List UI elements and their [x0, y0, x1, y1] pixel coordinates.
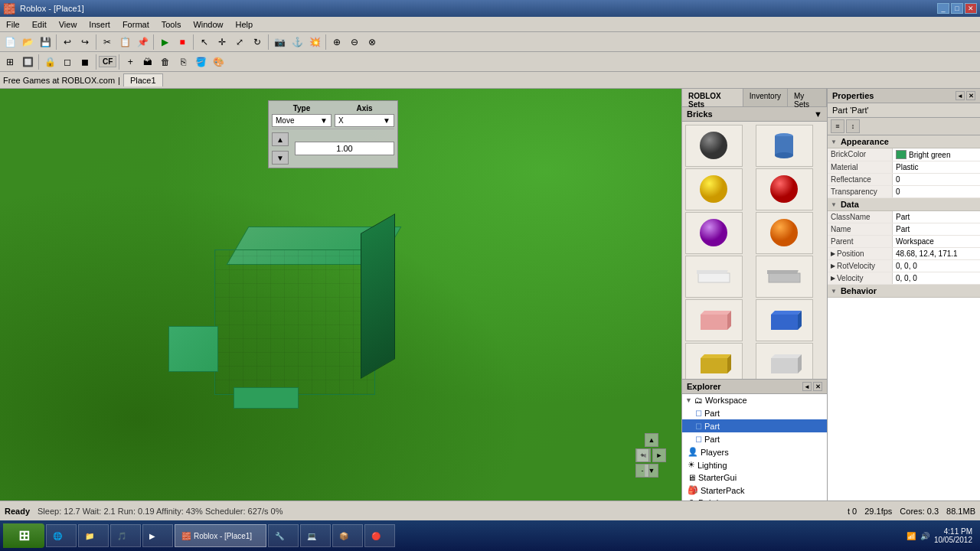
menu-tools[interactable]: Tools — [155, 18, 188, 31]
tb2-fill[interactable]: 🪣 — [192, 54, 209, 70]
zoom-in[interactable]: + — [635, 448, 649, 462]
brick-flat-gray[interactable] — [756, 256, 813, 298]
tb-union[interactable]: ⊕ — [328, 34, 345, 51]
close-button[interactable]: ✕ — [965, 3, 977, 14]
tb2-delete[interactable]: 🗑 — [157, 54, 174, 70]
tab-inventory[interactable]: Inventory — [743, 89, 788, 106]
down-arrow-button[interactable]: ▼ — [272, 151, 289, 165]
tb-cut[interactable]: ✂ — [99, 34, 116, 51]
brick-yellow-large[interactable] — [685, 343, 743, 379]
explorer-startergui[interactable]: 🖥 StarterGui — [682, 471, 827, 484]
explorer-players[interactable]: 👤 Players — [682, 445, 827, 458]
brickcolor-value[interactable]: Bright green — [893, 148, 980, 161]
properties-close-btn[interactable]: ✕ — [966, 91, 975, 100]
tb-play[interactable]: ▶ — [156, 34, 173, 51]
tb-new[interactable]: 📄 — [2, 34, 18, 51]
menu-view[interactable]: View — [53, 18, 83, 31]
reflectance-value[interactable]: 0 — [893, 174, 980, 185]
nav-up[interactable]: ▲ — [645, 433, 658, 447]
tb-select[interactable]: ↖ — [196, 34, 213, 51]
rotvelocity-expand-btn[interactable]: ▶ — [831, 262, 835, 269]
brick-cylinder-blue[interactable] — [756, 125, 813, 167]
name-prop-value[interactable]: Part — [893, 223, 980, 235]
taskbar-item-folder[interactable]: 📁 — [78, 524, 109, 547]
minimize-button[interactable]: _ — [937, 3, 949, 14]
menu-window[interactable]: Window — [187, 18, 229, 31]
tab-roblox-sets[interactable]: ROBLOX Sets — [682, 89, 743, 106]
menu-insert[interactable]: Insert — [83, 18, 116, 31]
position-expand-btn[interactable]: ▶ — [831, 250, 835, 257]
tb2-lock[interactable]: 🔒 — [41, 54, 58, 70]
menu-edit[interactable]: Edit — [26, 18, 53, 31]
place-tab[interactable]: Place1 — [123, 73, 163, 86]
velocity-expand-btn[interactable]: ▶ — [831, 275, 835, 282]
behavior-section-header[interactable]: ▼ Behavior — [828, 285, 980, 298]
explorer-part3[interactable]: ◻ Part — [682, 432, 827, 445]
tb-collision[interactable]: 💥 — [306, 34, 323, 51]
tb-separate[interactable]: ⊗ — [364, 34, 381, 51]
tb-rotate[interactable]: ↻ — [249, 34, 266, 51]
bricks-dropdown-arrow[interactable]: ▼ — [814, 109, 822, 119]
taskbar-item-extra1[interactable]: 🔧 — [268, 524, 299, 547]
tb-paste[interactable]: 📌 — [134, 34, 151, 51]
value-input[interactable] — [295, 142, 394, 155]
prop-tb-list[interactable]: ≡ — [831, 119, 844, 133]
appearance-section-header[interactable]: ▼ Appearance — [828, 135, 980, 148]
tb-camera[interactable]: 📷 — [271, 34, 288, 51]
position-value[interactable]: 48.68, 12.4, 171.1 — [893, 248, 980, 259]
transparency-value[interactable]: 0 — [893, 186, 980, 197]
tb-move[interactable]: ✛ — [214, 34, 230, 51]
tb-copy[interactable]: 📋 — [116, 34, 133, 51]
taskbar-item-media[interactable]: 🎵 — [110, 524, 141, 547]
zoom-out[interactable]: - — [635, 464, 649, 478]
brick-sphere-red[interactable] — [756, 168, 813, 210]
taskbar-item-ie[interactable]: 🌐 — [46, 524, 77, 547]
brick-sphere-purple[interactable] — [685, 212, 743, 254]
brick-sphere-yellow[interactable] — [685, 168, 743, 210]
menu-file[interactable]: File — [0, 18, 26, 31]
tb-undo[interactable]: ↩ — [59, 34, 76, 51]
tb2-group[interactable]: ◻ — [59, 54, 76, 70]
nav-right[interactable]: ► — [652, 448, 666, 462]
rotvelocity-value[interactable]: 0, 0, 0 — [893, 260, 980, 272]
explorer-part1[interactable]: ◻ Part — [682, 406, 827, 419]
data-section-header[interactable]: ▼ Data — [828, 198, 980, 211]
axis-dropdown[interactable]: X ▼ — [335, 114, 394, 127]
brick-blue[interactable] — [756, 299, 813, 341]
explorer-lighting[interactable]: ☀ Lighting — [682, 458, 827, 471]
taskbar-item-extra4[interactable]: 🔴 — [364, 524, 395, 547]
tb2-insert[interactable]: + — [122, 54, 139, 70]
brick-sphere-orange[interactable] — [756, 212, 813, 254]
properties-expand-btn[interactable]: ◄ — [956, 91, 965, 100]
tb2-terrain[interactable]: 🏔 — [139, 54, 156, 70]
prop-tb-sort[interactable]: ↕ — [846, 119, 860, 133]
tb-negate[interactable]: ⊖ — [346, 34, 363, 51]
clock[interactable]: 4:11 PM 10/05/2012 — [934, 527, 972, 544]
velocity-value[interactable]: 0, 0, 0 — [893, 272, 980, 284]
explorer-close-btn[interactable]: ✕ — [813, 382, 822, 391]
tb-save[interactable]: 💾 — [37, 34, 54, 51]
type-dropdown[interactable]: Move ▼ — [272, 114, 332, 127]
tb-stop[interactable]: ■ — [174, 34, 191, 51]
brick-pink[interactable] — [685, 299, 743, 341]
brick-silver[interactable] — [756, 343, 813, 379]
material-value[interactable]: Plastic — [893, 161, 980, 173]
tb2-ungroup[interactable]: ◼ — [77, 54, 93, 70]
explorer-expand-btn[interactable]: ◄ — [802, 382, 812, 391]
taskbar-item-extra3[interactable]: 📦 — [332, 524, 363, 547]
tb-open[interactable]: 📂 — [19, 34, 36, 51]
explorer-part2[interactable]: ◻ Part — [682, 419, 827, 432]
taskbar-item-extra2[interactable]: 💻 — [300, 524, 331, 547]
viewport[interactable]: Type Move ▼ Axis X ▼ — [0, 89, 681, 500]
menu-format[interactable]: Format — [116, 18, 155, 31]
taskbar-item-winamp[interactable]: ▶ — [142, 524, 173, 547]
tab-my-sets[interactable]: My Sets — [788, 89, 827, 106]
tb-anchor[interactable]: ⚓ — [289, 34, 305, 51]
tb2-snap[interactable]: 🔲 — [19, 54, 36, 70]
maximize-button[interactable]: □ — [951, 3, 963, 14]
tb2-paint[interactable]: 🎨 — [210, 54, 227, 70]
tb2-grid[interactable]: ⊞ — [2, 54, 18, 70]
explorer-starterpack[interactable]: 🎒 StarterPack — [682, 484, 827, 497]
brick-sphere-dark[interactable] — [685, 125, 743, 167]
taskbar-item-roblox[interactable]: 🧱 Roblox - [Place1] — [175, 524, 266, 547]
